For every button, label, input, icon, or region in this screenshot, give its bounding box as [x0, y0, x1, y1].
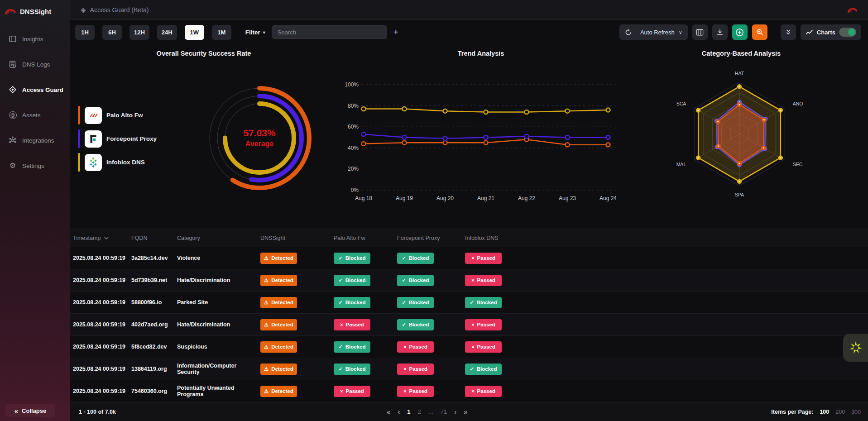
- search-input[interactable]: [272, 25, 387, 39]
- time-range-1h[interactable]: 1H: [75, 25, 95, 40]
- table-row[interactable]: 2025.08.24 00:59:1958800f96.ioParked Sit…: [70, 292, 868, 314]
- app-logo[interactable]: DNSSight: [0, 0, 70, 16]
- page-number-1[interactable]: 1: [407, 408, 410, 415]
- status-badge-blocked[interactable]: ✓Blocked: [397, 253, 434, 264]
- status-badge-passed[interactable]: ×Passed: [465, 386, 502, 397]
- sidebar-item-label: Integrations: [22, 137, 54, 144]
- status-badge-passed[interactable]: ×Passed: [334, 386, 370, 397]
- filter-button[interactable]: Filter ▾: [245, 29, 265, 36]
- column-header-dnssight[interactable]: DNSSight: [260, 235, 334, 241]
- cell-timestamp: 2025.08.24 00:59:19: [73, 344, 131, 350]
- table-row[interactable]: 2025.08.24 00:59:195f8ced82.devSuspiciou…: [70, 336, 868, 358]
- x-icon: ×: [471, 344, 474, 349]
- status-badge-passed[interactable]: ×Passed: [465, 253, 502, 264]
- cell-timestamp: 2025.08.24 00:59:19: [73, 277, 131, 283]
- sidebar-item-dns-logs[interactable]: DNS Logs: [0, 52, 70, 77]
- collapse-charts-button[interactable]: [781, 24, 796, 40]
- status-badge-blocked[interactable]: ✓Blocked: [334, 364, 370, 375]
- status-badge-passed[interactable]: ×Passed: [334, 319, 370, 330]
- trend-chart-title: Trend Analysis: [413, 50, 549, 57]
- table-row[interactable]: 2025.08.24 00:59:19402d7aed.orgHate/Disc…: [70, 314, 868, 336]
- collapse-sidebar-button[interactable]: « Collapse: [5, 404, 55, 417]
- status-badge-detected[interactable]: ⚠Detected: [260, 253, 297, 264]
- status-badge-blocked[interactable]: ✓Blocked: [397, 319, 434, 330]
- sidebar-item-access-guard[interactable]: Access Guard: [0, 77, 70, 102]
- column-header-forcepoint[interactable]: Forcepoint Proxy: [397, 235, 465, 241]
- columns-button[interactable]: [692, 24, 708, 40]
- time-range-6h[interactable]: 6H: [102, 25, 122, 40]
- toolbar-right: Auto Refresh ∨: [619, 24, 861, 40]
- status-badge-passed[interactable]: ×Passed: [465, 319, 502, 330]
- status-badge-detected[interactable]: ⚠Detected: [260, 297, 297, 308]
- status-badge-passed[interactable]: ×Passed: [397, 341, 434, 353]
- sidebar-item-insights[interactable]: Insights: [0, 26, 70, 52]
- status-badge-blocked[interactable]: ✓Blocked: [334, 253, 370, 264]
- time-range-1w[interactable]: 1W: [185, 25, 204, 40]
- charts-toggle-switch[interactable]: [839, 28, 856, 37]
- auto-refresh-control[interactable]: Auto Refresh ∨: [619, 24, 688, 40]
- status-badge-passed[interactable]: ×Passed: [465, 275, 502, 286]
- prev-page-button[interactable]: ‹: [398, 408, 400, 416]
- legend-item-palo-alto[interactable]: Palo Alto Fw: [78, 106, 157, 124]
- time-range-12h[interactable]: 12H: [129, 25, 149, 40]
- trend-chart[interactable]: 0%20%40%60%80%100%Aug 18Aug 19Aug 20Aug …: [335, 68, 625, 204]
- status-badge-blocked[interactable]: ✓Blocked: [334, 341, 370, 353]
- table-row[interactable]: 2025.08.24 00:59:1913864119.orgInformati…: [70, 358, 868, 380]
- page-number-...[interactable]: ...: [428, 408, 433, 415]
- column-header-infoblox[interactable]: Infoblox DNS: [465, 235, 868, 241]
- feedback-fab[interactable]: [843, 334, 868, 362]
- status-badge-blocked[interactable]: ✓Blocked: [465, 297, 502, 308]
- status-badge-blocked[interactable]: ✓Blocked: [334, 297, 370, 308]
- status-badge-detected[interactable]: ⚠Detected: [260, 386, 297, 397]
- download-button[interactable]: [712, 24, 728, 40]
- page-size-300[interactable]: 300: [851, 409, 861, 415]
- sidebar-item-assets[interactable]: @ Assets: [0, 102, 70, 128]
- power-insights-button[interactable]: [732, 24, 748, 40]
- status-badge-detected[interactable]: ⚠Detected: [260, 341, 297, 353]
- radar-chart[interactable]: HATANOSECSPAMALSCA: [671, 66, 807, 202]
- time-range-24h[interactable]: 24H: [157, 25, 177, 40]
- last-page-button[interactable]: »: [464, 408, 467, 416]
- column-header-fqdn[interactable]: FQDN: [131, 235, 177, 241]
- mini-gauge-icon[interactable]: [847, 5, 858, 14]
- cell-timestamp: 2025.08.24 00:59:19: [73, 388, 131, 394]
- cell-category: Information/Computer Security: [177, 363, 260, 375]
- sidebar-item-settings[interactable]: ⚙ Settings: [0, 153, 70, 178]
- status-badge-passed[interactable]: ×Passed: [397, 364, 434, 375]
- check-icon: ✓: [402, 300, 406, 306]
- page-number-71[interactable]: 71: [441, 408, 447, 415]
- first-page-button[interactable]: «: [387, 408, 390, 416]
- page-size-200[interactable]: 200: [835, 409, 845, 415]
- check-icon: ✓: [339, 300, 343, 306]
- zoom-search-button[interactable]: [752, 24, 767, 40]
- status-badge-passed[interactable]: ×Passed: [465, 341, 502, 353]
- time-range-1m[interactable]: 1M: [212, 25, 231, 40]
- column-header-palo-alto[interactable]: Palo Alto Fw: [334, 235, 397, 241]
- x-icon: ×: [471, 388, 474, 394]
- page-size-100[interactable]: 100: [820, 409, 829, 415]
- svg-text:MAL: MAL: [676, 162, 686, 167]
- column-header-timestamp[interactable]: Timestamp: [73, 235, 131, 241]
- status-badge-blocked[interactable]: ✓Blocked: [397, 275, 434, 286]
- legend-item-infoblox[interactable]: Infoblox DNS: [78, 153, 157, 172]
- status-badge-blocked[interactable]: ✓Blocked: [465, 364, 502, 375]
- add-filter-button[interactable]: +: [393, 27, 398, 37]
- table-row[interactable]: 2025.08.24 00:59:1975460360.orgPotential…: [70, 380, 868, 402]
- status-badge-detected[interactable]: ⚠Detected: [260, 319, 297, 330]
- table-footer: 1 - 100 of 7.0k « ‹ 12...71 › » Items pe…: [70, 402, 868, 421]
- status-badge-blocked[interactable]: ✓Blocked: [334, 275, 370, 286]
- status-badge-passed[interactable]: ×Passed: [397, 386, 434, 397]
- status-badge-detected[interactable]: ⚠Detected: [260, 364, 297, 375]
- table-row[interactable]: 2025.08.24 00:59:193a285c14.devViolence⚠…: [70, 247, 868, 269]
- status-badge-detected[interactable]: ⚠Detected: [260, 275, 297, 286]
- next-page-button[interactable]: ›: [454, 408, 456, 416]
- status-badge-blocked[interactable]: ✓Blocked: [397, 297, 434, 308]
- page-number-2[interactable]: 2: [418, 408, 421, 415]
- sidebar-item-integrations[interactable]: Integrations: [0, 128, 70, 153]
- svg-text:SEC: SEC: [793, 162, 803, 167]
- toolbar: 1H 6H 12H 24H 1W 1M Filter ▾ + Auto Refr…: [70, 20, 868, 44]
- table-row[interactable]: 2025.08.24 00:59:195d739b39.netHate/Disc…: [70, 269, 868, 292]
- gauge-chart-title: Overall Security Success Rate: [136, 50, 272, 57]
- column-header-category[interactable]: Category: [177, 235, 260, 241]
- legend-item-forcepoint[interactable]: Forcepoint Proxy: [78, 129, 157, 148]
